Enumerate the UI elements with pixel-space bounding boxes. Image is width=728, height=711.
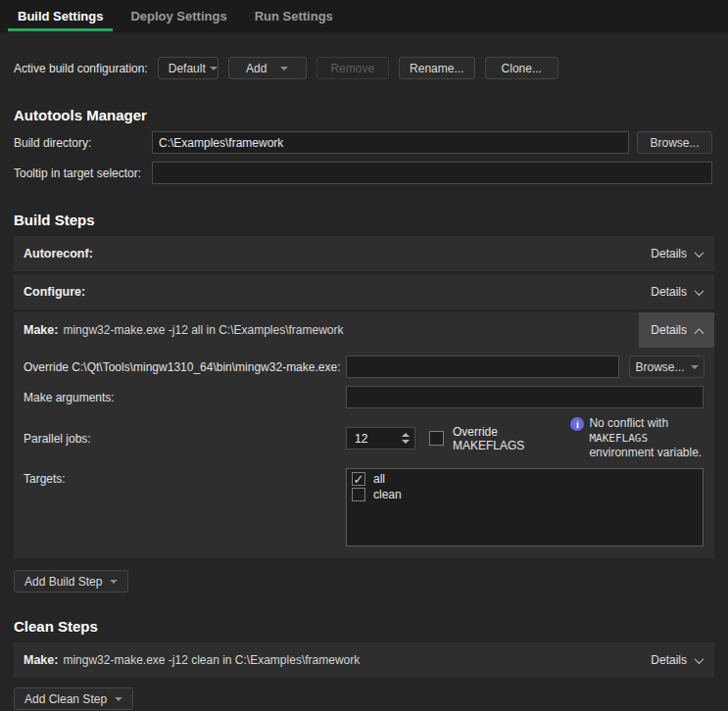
details-label: Details xyxy=(651,247,687,261)
step-title: Make: xyxy=(24,323,58,337)
build-directory-browse-button[interactable]: Browse... xyxy=(637,131,712,154)
chevron-down-icon xyxy=(691,365,699,369)
note-code: MAKEFLAGS xyxy=(589,432,648,445)
override-makeflags-label: Override MAKEFLAGS xyxy=(453,425,558,452)
settings-tabbar: Build Settings Deploy Settings Run Setti… xyxy=(0,0,728,32)
tab-run-settings[interactable]: Run Settings xyxy=(245,0,343,31)
step-title: Make: xyxy=(24,653,58,667)
browse-button-label: Browse... xyxy=(636,360,685,374)
chevron-up-icon xyxy=(695,328,704,338)
add-configuration-button[interactable]: Add xyxy=(228,57,307,79)
target-clean-label: clean xyxy=(373,488,402,501)
tooltip-selector-row: Tooltip in target selector: xyxy=(14,162,714,184)
add-clean-step-button[interactable]: Add Clean Step xyxy=(14,687,133,710)
active-configuration-label: Active build configuration: xyxy=(14,62,148,75)
chevron-down-icon xyxy=(695,654,704,664)
rename-button-label: Rename... xyxy=(410,62,463,75)
tooltip-selector-label: Tooltip in target selector: xyxy=(14,166,152,180)
target-all-checkbox[interactable] xyxy=(352,472,365,486)
target-item-clean[interactable]: clean xyxy=(352,488,698,501)
spin-up-icon[interactable] xyxy=(402,433,410,437)
clone-button-label: Clone... xyxy=(502,62,542,75)
note-line1: No conflict with xyxy=(589,416,668,430)
add-build-step-label: Add Build Step xyxy=(24,575,102,589)
clean-make-details-toggle[interactable]: Details xyxy=(639,642,714,678)
clean-steps-title: Clean Steps xyxy=(14,618,714,635)
make-step-header: Make: mingw32-make.exe -j12 all in C:\Ex… xyxy=(14,312,714,348)
make-details-toggle[interactable]: Details xyxy=(639,312,714,348)
targets-list[interactable]: all clean xyxy=(346,468,704,546)
chevron-down-icon xyxy=(695,286,704,296)
active-configuration-row: Active build configuration: Default Add … xyxy=(14,57,714,79)
chevron-down-icon xyxy=(210,67,218,71)
target-all-label: all xyxy=(373,472,385,486)
make-override-row: Override C:\Qt\Tools\mingw1310_64\bin\mi… xyxy=(24,356,704,378)
remove-configuration-button[interactable]: Remove xyxy=(316,57,389,79)
build-step-autoreconf: Autoreconf: Details xyxy=(14,236,714,271)
make-arguments-row: Make arguments: xyxy=(24,386,704,408)
chevron-down-icon xyxy=(110,580,118,584)
configuration-select[interactable]: Default xyxy=(158,57,218,79)
tooltip-selector-input[interactable] xyxy=(152,162,712,184)
override-makeflags-checkbox[interactable] xyxy=(429,431,444,446)
build-directory-label: Build directory: xyxy=(14,136,152,150)
tab-deploy-settings[interactable]: Deploy Settings xyxy=(121,0,236,31)
make-override-input[interactable] xyxy=(346,356,619,378)
build-step-make: Make: mingw32-make.exe -j12 all in C:\Ex… xyxy=(14,312,714,558)
rename-configuration-button[interactable]: Rename... xyxy=(399,57,475,79)
build-directory-row: Build directory: Browse... xyxy=(14,131,714,154)
configure-details-toggle[interactable]: Details xyxy=(639,274,714,309)
configuration-selected-value: Default xyxy=(169,62,206,75)
parallel-jobs-value[interactable] xyxy=(347,428,397,449)
add-clean-step-label: Add Clean Step xyxy=(24,692,107,706)
parallel-jobs-row: Parallel jobs: Override MAKEFLAGS i No c… xyxy=(24,416,704,460)
details-label: Details xyxy=(651,285,687,299)
parallel-jobs-label: Parallel jobs: xyxy=(24,432,346,446)
autoreconf-details-toggle[interactable]: Details xyxy=(639,236,714,271)
remove-button-label: Remove xyxy=(330,62,374,75)
step-summary: mingw32-make.exe -j12 all in C:\Examples… xyxy=(63,323,343,337)
add-button-label: Add xyxy=(246,62,267,75)
clone-configuration-button[interactable]: Clone... xyxy=(485,57,558,79)
make-arguments-label: Make arguments: xyxy=(24,391,346,404)
chevron-down-icon xyxy=(115,697,122,701)
make-arguments-input[interactable] xyxy=(346,386,704,408)
make-override-browse-button[interactable]: Browse... xyxy=(629,356,704,378)
tab-build-settings[interactable]: Build Settings xyxy=(8,0,113,31)
target-clean-checkbox[interactable] xyxy=(352,488,365,501)
step-summary: mingw32-make.exe -j12 clean in C:\Exampl… xyxy=(63,653,360,667)
targets-row: Targets: all clean xyxy=(24,468,704,546)
chevron-down-icon xyxy=(280,67,288,71)
details-label: Details xyxy=(651,653,687,667)
note-line2: environment variable. xyxy=(589,446,702,459)
target-item-all[interactable]: all xyxy=(352,472,698,486)
build-steps-title: Build Steps xyxy=(14,212,714,228)
browse-button-label: Browse... xyxy=(651,136,700,150)
step-title: Autoreconf: xyxy=(24,247,93,261)
spin-down-icon[interactable] xyxy=(402,440,410,444)
make-override-label: Override C:\Qt\Tools\mingw1310_64\bin\mi… xyxy=(24,360,346,374)
details-label: Details xyxy=(651,323,687,337)
add-build-step-button[interactable]: Add Build Step xyxy=(14,570,128,592)
build-step-configure: Configure: Details xyxy=(14,274,714,309)
chevron-down-icon xyxy=(695,248,704,258)
build-directory-input[interactable] xyxy=(152,131,629,154)
spinner-arrows[interactable] xyxy=(397,428,414,449)
targets-label: Targets: xyxy=(24,472,346,486)
parallel-jobs-spinner[interactable] xyxy=(346,427,415,450)
autotools-manager-title: Autotools Manager xyxy=(14,107,714,123)
makeflags-note: i No conflict with MAKEFLAGS environment… xyxy=(570,416,704,460)
step-title: Configure: xyxy=(24,285,85,299)
clean-step-make: Make: mingw32-make.exe -j12 clean in C:\… xyxy=(14,642,714,678)
info-icon: i xyxy=(570,417,584,431)
